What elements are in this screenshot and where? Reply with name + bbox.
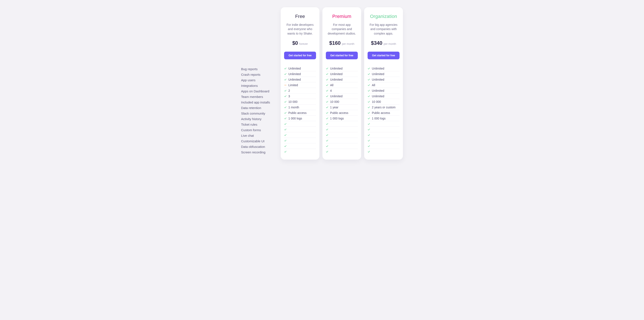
feature-value: Unlimited xyxy=(372,67,384,70)
check-icon xyxy=(368,78,370,81)
feature-row: 2 years or custom xyxy=(368,104,400,110)
feature-row: Unlimited xyxy=(284,77,316,82)
feature-row xyxy=(368,127,400,132)
get-started-button[interactable]: Get started for free xyxy=(284,52,316,59)
feature-labels-column: Bug reportsCrash reportsApp usersIntegra… xyxy=(241,7,278,155)
feature-value: Unlimited xyxy=(330,78,342,81)
plan-price: $0forever xyxy=(284,40,316,47)
plan-header: PremiumFor most app companies and develo… xyxy=(326,14,358,52)
check-icon xyxy=(368,134,370,136)
check-icon xyxy=(326,134,328,136)
feature-row: Limited xyxy=(284,82,316,88)
feature-row xyxy=(368,143,400,149)
feature-label: Custom forms xyxy=(241,127,278,133)
check-icon xyxy=(326,67,328,70)
check-icon xyxy=(368,128,370,131)
feature-label: Bug reports xyxy=(241,66,278,72)
feature-row xyxy=(368,149,400,154)
feature-label: Data retention xyxy=(241,105,278,111)
check-icon xyxy=(368,112,370,114)
plan-features: UnlimitedUnlimitedUnlimitedLimited2310 0… xyxy=(284,66,316,154)
feature-row: Public access xyxy=(326,110,358,116)
feature-label: Team members xyxy=(241,94,278,100)
check-icon xyxy=(368,150,370,153)
feature-value: Limited xyxy=(288,83,298,87)
plan-card-organization: OrganizationFor big app agencies and com… xyxy=(364,7,403,159)
feature-row: All xyxy=(368,82,400,88)
check-icon xyxy=(326,150,328,153)
feature-label: Slack community xyxy=(241,111,278,116)
check-icon xyxy=(326,106,328,109)
check-icon xyxy=(284,73,287,75)
check-icon xyxy=(326,73,328,75)
feature-row: Unlimited xyxy=(326,71,358,77)
feature-value: Unlimited xyxy=(372,94,384,98)
feature-row xyxy=(368,121,400,127)
feature-row xyxy=(326,132,358,138)
plan-features: UnlimitedUnlimitedUnlimitedAll4Unlimited… xyxy=(326,66,358,154)
check-icon xyxy=(284,95,287,97)
plan-description: For indie developers and everyone who wa… xyxy=(284,23,316,36)
feature-label: Apps on Dashboard xyxy=(241,89,278,94)
check-icon xyxy=(326,128,328,131)
check-icon xyxy=(368,89,370,92)
get-started-button[interactable]: Get started for free xyxy=(368,52,400,59)
check-icon xyxy=(326,112,328,114)
feature-row: Unlimited xyxy=(284,71,316,77)
check-icon xyxy=(284,100,287,103)
plan-name: Free xyxy=(284,14,316,19)
get-started-button[interactable]: Get started for free xyxy=(326,52,358,59)
feature-row xyxy=(326,121,358,127)
check-icon xyxy=(284,128,287,131)
feature-row: Unlimited xyxy=(368,88,400,93)
feature-row xyxy=(284,143,316,149)
check-icon xyxy=(368,84,370,86)
feature-row xyxy=(284,138,316,143)
check-icon xyxy=(284,134,287,136)
feature-value: Unlimited xyxy=(330,72,342,76)
feature-row: 3 xyxy=(284,93,316,99)
check-icon xyxy=(284,67,287,70)
plan-card-premium: PremiumFor most app companies and develo… xyxy=(322,7,361,159)
plan-description: For most app companies and development s… xyxy=(326,23,358,36)
feature-row: Public access xyxy=(284,110,316,116)
check-icon xyxy=(326,78,328,81)
plan-header: OrganizationFor big app agencies and com… xyxy=(368,14,400,52)
feature-row: Unlimited xyxy=(326,77,358,82)
check-icon xyxy=(326,139,328,142)
feature-value: All xyxy=(372,83,375,87)
feature-row: 1 000 logs xyxy=(326,116,358,121)
feature-value: Unlimited xyxy=(372,89,384,92)
plan-features: UnlimitedUnlimitedUnlimitedAllUnlimitedU… xyxy=(368,66,400,154)
price-amount: $160 xyxy=(329,40,340,46)
feature-row: Unlimited xyxy=(368,71,400,77)
plan-price: $340per month xyxy=(368,40,400,47)
feature-label: Customizable UI xyxy=(241,138,278,144)
feature-value: Public access xyxy=(330,111,348,115)
feature-row xyxy=(326,143,358,149)
plan-price: $160per month xyxy=(326,40,358,47)
feature-value: 1 000 logs xyxy=(372,117,386,120)
feature-row: Unlimited xyxy=(284,66,316,71)
check-icon xyxy=(368,73,370,75)
check-icon xyxy=(326,145,328,147)
feature-row: 1 000 logs xyxy=(284,116,316,121)
check-icon xyxy=(326,95,328,97)
feature-row: 10 000 xyxy=(284,99,316,104)
feature-label: Crash reports xyxy=(241,72,278,77)
feature-value: 4 xyxy=(330,89,332,92)
feature-value: All xyxy=(330,83,334,87)
feature-value: Unlimited xyxy=(372,72,384,76)
feature-value: Unlimited xyxy=(288,72,301,76)
check-icon xyxy=(326,123,328,125)
feature-row: Unlimited xyxy=(368,77,400,82)
check-icon xyxy=(284,106,287,109)
check-icon xyxy=(284,150,287,153)
check-icon xyxy=(368,67,370,70)
feature-label: App users xyxy=(241,77,278,83)
feature-row xyxy=(368,138,400,143)
feature-value: Unlimited xyxy=(288,78,301,81)
feature-value: 2 xyxy=(288,89,290,92)
check-icon xyxy=(368,123,370,125)
feature-row xyxy=(326,149,358,154)
